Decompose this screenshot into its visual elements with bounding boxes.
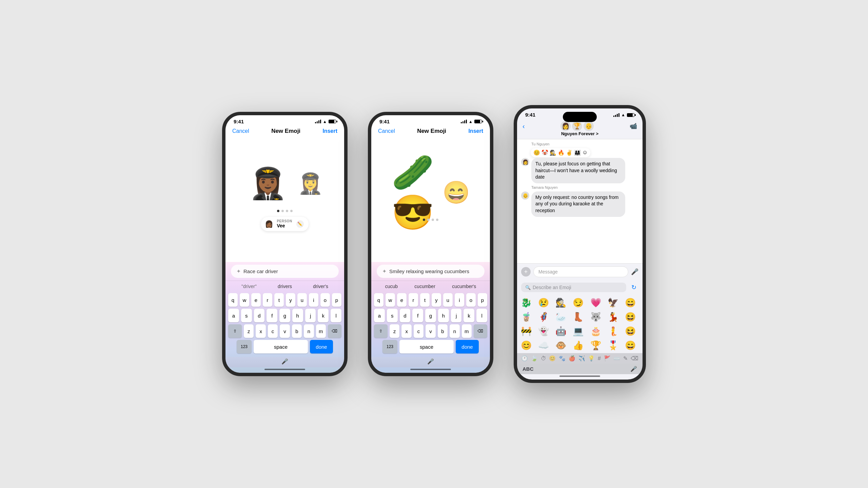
autocomplete-word-2-3[interactable]: cucumber's	[449, 283, 479, 290]
dot-2-1[interactable]	[423, 219, 425, 221]
main-emoji-1[interactable]: 👩🏾‍✈️	[246, 162, 290, 206]
emoji-cell-3-28[interactable]: 😄	[624, 339, 637, 352]
reaction-emoji-3-3[interactable]: 🕵️	[550, 149, 556, 156]
key-g-1[interactable]: g	[279, 309, 290, 322]
emoji-tool-symbol-3[interactable]: #	[598, 355, 601, 362]
emoji-cell-3-25[interactable]: 👍	[572, 339, 585, 352]
key-shift-1[interactable]: ⇧	[228, 324, 242, 338]
dot-1-3[interactable]	[286, 210, 288, 212]
abc-mic-3[interactable]: 🎤	[630, 366, 637, 372]
key-x-1[interactable]: x	[256, 324, 265, 338]
emoji-cell-3-4[interactable]: 😏	[572, 296, 585, 309]
cancel-button-2[interactable]: Cancel	[378, 128, 395, 134]
key-w-1[interactable]: w	[240, 293, 249, 307]
main-emoji-2[interactable]: 🥒😎	[392, 170, 436, 215]
key-s-1[interactable]: s	[241, 309, 252, 322]
emoji-cell-3-23[interactable]: ☁️	[537, 339, 550, 352]
emoji-tool-travel-3[interactable]: ✈️	[578, 355, 585, 362]
key-w-2[interactable]: w	[386, 293, 395, 307]
emoji-cell-3-11[interactable]: 👢	[572, 310, 585, 323]
emoji-cell-3-1[interactable]: 🐉	[520, 296, 533, 309]
key-n-2[interactable]: n	[450, 324, 459, 338]
key-s-2[interactable]: s	[387, 309, 398, 322]
video-call-button-3[interactable]: 📹	[630, 122, 637, 130]
emoji-tool-clock-3[interactable]: 🕐	[521, 355, 528, 362]
key-123-2[interactable]: 123	[382, 340, 397, 353]
mic-icon-1[interactable]: 🎤	[281, 358, 288, 365]
dot-2-2[interactable]	[427, 219, 430, 221]
emoji-cell-3-14[interactable]: 😆	[624, 310, 637, 323]
key-123-1[interactable]: 123	[237, 340, 252, 353]
key-t-1[interactable]: t	[274, 293, 284, 307]
key-p-1[interactable]: p	[332, 293, 341, 307]
key-l-2[interactable]: l	[476, 309, 487, 322]
emoji-cell-3-7[interactable]: 😄	[624, 296, 637, 309]
key-m-2[interactable]: m	[462, 324, 472, 338]
key-k-1[interactable]: k	[318, 309, 329, 322]
reaction-emoji-3-5[interactable]: ✌️	[566, 149, 573, 156]
mic-icon-2[interactable]: 🎤	[427, 358, 434, 365]
key-delete-1[interactable]: ⌫	[328, 324, 341, 338]
key-z-1[interactable]: z	[244, 324, 254, 338]
reaction-emoji-3-7[interactable]: ☺️	[582, 149, 588, 156]
gen-emoji-button-3[interactable]: ↻	[629, 283, 638, 292]
emoji-tool-food-3[interactable]: 🍎	[569, 355, 575, 362]
key-v-2[interactable]: v	[426, 324, 435, 338]
key-v-1[interactable]: v	[280, 324, 290, 338]
key-j-2[interactable]: j	[451, 309, 462, 322]
emoji-cell-3-16[interactable]: 👻	[537, 325, 550, 338]
abc-label-3[interactable]: ABC	[522, 366, 534, 372]
emoji-tool-delete-3[interactable]: ⌫	[631, 355, 638, 362]
emoji-cell-3-15[interactable]: 🚧	[520, 325, 533, 338]
key-done-2[interactable]: done	[456, 340, 479, 353]
key-e-1[interactable]: e	[251, 293, 261, 307]
key-r-1[interactable]: r	[263, 293, 272, 307]
group-name-3[interactable]: Nguyen Forever >	[561, 131, 598, 136]
key-f-2[interactable]: f	[412, 309, 423, 322]
key-c-2[interactable]: c	[414, 324, 423, 338]
key-p-2[interactable]: p	[478, 293, 487, 307]
key-t-2[interactable]: t	[420, 293, 430, 307]
emoji-cell-3-6[interactable]: 🦅	[607, 296, 619, 309]
autocomplete-word-2-2[interactable]: cucumber	[412, 283, 438, 290]
message-input-3[interactable]: Message	[533, 266, 628, 277]
key-m-1[interactable]: m	[316, 324, 326, 338]
key-f-1[interactable]: f	[267, 309, 277, 322]
key-y-2[interactable]: y	[432, 293, 441, 307]
dot-1-4[interactable]	[290, 210, 293, 212]
emoji-tool-leaf-3[interactable]: 🍃	[531, 355, 538, 362]
key-d-2[interactable]: d	[400, 309, 411, 322]
key-n-1[interactable]: n	[304, 324, 314, 338]
dot-1-2[interactable]	[281, 210, 284, 212]
key-h-2[interactable]: h	[438, 309, 449, 322]
key-r-2[interactable]: r	[409, 293, 418, 307]
emoji-cell-3-12[interactable]: 🐺	[589, 310, 602, 323]
key-i-2[interactable]: i	[455, 293, 464, 307]
search-field-2[interactable]: ✦ Smiley relaxing wearing cucumbers	[377, 265, 485, 278]
emoji-tool-face-3[interactable]: 😊	[549, 355, 556, 362]
key-z-2[interactable]: z	[390, 324, 399, 338]
add-attachment-button-3[interactable]: +	[521, 267, 531, 277]
key-a-2[interactable]: a	[374, 309, 385, 322]
key-a-1[interactable]: a	[228, 309, 239, 322]
emoji-cell-3-21[interactable]: 😆	[624, 325, 637, 338]
key-y-1[interactable]: y	[286, 293, 295, 307]
emoji-tool-object-3[interactable]: 💡	[588, 355, 595, 362]
emoji-tool-animal-3[interactable]: 🐾	[559, 355, 566, 362]
key-j-1[interactable]: j	[305, 309, 316, 322]
key-e-2[interactable]: e	[397, 293, 407, 307]
key-q-2[interactable]: q	[374, 293, 383, 307]
key-b-2[interactable]: b	[438, 324, 448, 338]
key-k-2[interactable]: k	[463, 309, 474, 322]
key-o-1[interactable]: o	[320, 293, 330, 307]
emoji-cell-3-17[interactable]: 🤖	[554, 325, 567, 338]
insert-button-2[interactable]: Insert	[468, 128, 483, 134]
emoji-cell-3-18[interactable]: 💻	[572, 325, 585, 338]
key-l-1[interactable]: l	[331, 309, 341, 322]
emoji-cell-3-19[interactable]: 🎂	[589, 325, 602, 338]
autocomplete-word-1-2[interactable]: drivers	[275, 283, 295, 290]
alt-emoji-2[interactable]: 😄	[442, 179, 470, 206]
mic-button-3[interactable]: 🎤	[631, 268, 638, 276]
dot-2-3[interactable]	[432, 219, 434, 221]
autocomplete-word-2-1[interactable]: cucub	[382, 283, 400, 290]
